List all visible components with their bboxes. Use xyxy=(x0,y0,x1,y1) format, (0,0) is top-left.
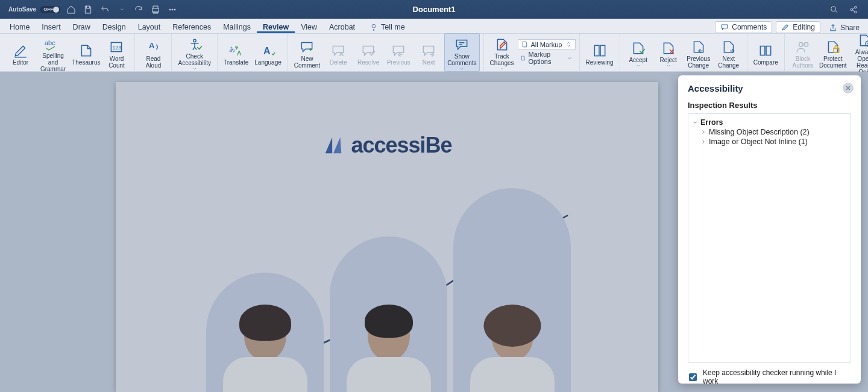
editor-button[interactable]: Editor xyxy=(6,40,35,66)
comments-label: Comments xyxy=(732,23,767,31)
thesaurus-button[interactable]: Thesaurus xyxy=(71,40,101,66)
tab-home[interactable]: Home xyxy=(4,21,36,33)
document-canvas: accessiBe Accessibility Inspection Resul… xyxy=(0,72,868,392)
compare-label: Compare xyxy=(753,59,778,66)
chevron-down-icon xyxy=(636,63,641,68)
editing-mode-button[interactable]: Editing xyxy=(776,21,820,33)
errors-category[interactable]: Errors xyxy=(691,118,848,127)
svg-point-0 xyxy=(169,9,171,10)
stepper-icon xyxy=(565,40,573,48)
svg-point-1 xyxy=(172,9,173,10)
language-label: Language xyxy=(254,59,281,66)
show-comments-button[interactable]: Show Comments xyxy=(444,33,479,72)
results-tree[interactable]: Errors Missing Object Description (2) Im… xyxy=(688,113,851,363)
tab-layout[interactable]: Layout xyxy=(132,21,167,33)
chevron-down-icon xyxy=(459,66,464,71)
blockauthors-label: Block Authors xyxy=(793,55,813,69)
nextchange-label: Next Change xyxy=(718,55,739,69)
resolve-comment-button: Resolve xyxy=(354,40,383,66)
next-label: Next xyxy=(423,59,435,66)
ribbon: Editor abcSpelling and Grammar Thesaurus… xyxy=(0,34,868,72)
reviewing-pane-button[interactable]: Reviewing xyxy=(583,40,616,66)
spelling-button[interactable]: abcSpelling and Grammar xyxy=(36,33,70,72)
next-change-button[interactable]: Next Change xyxy=(714,36,743,69)
error-missing-description[interactable]: Missing Object Description (2) xyxy=(691,127,848,137)
svg-point-4 xyxy=(851,8,852,10)
prev-change-button[interactable]: Previous Change xyxy=(684,36,713,69)
bulb-icon xyxy=(370,23,378,31)
tell-me[interactable]: Tell me xyxy=(363,21,411,33)
reject-button[interactable]: Reject xyxy=(654,37,683,68)
share-title-icon[interactable] xyxy=(848,4,860,16)
error-not-inline[interactable]: Image or Object Not Inline (1) xyxy=(691,137,848,147)
svg-point-3 xyxy=(831,6,836,11)
more-icon[interactable] xyxy=(166,4,178,16)
tab-insert[interactable]: Insert xyxy=(36,21,66,33)
svg-point-12 xyxy=(193,39,196,42)
markup-display-select[interactable]: All Markup xyxy=(518,39,576,49)
comments-button[interactable]: Comments xyxy=(715,21,772,33)
chevron-right-icon xyxy=(700,129,706,135)
chevron-down-icon xyxy=(192,66,197,71)
autosave-toggle[interactable]: AutoSave OFF xyxy=(8,6,60,13)
tab-draw[interactable]: Draw xyxy=(67,21,96,33)
editor-label: Editor xyxy=(13,59,28,66)
language-button[interactable]: ALanguage xyxy=(252,40,284,66)
showcomments-label: Show Comments xyxy=(447,53,476,66)
reviewing-label: Reviewing xyxy=(586,59,614,66)
protect-document-button[interactable]: Protect Document xyxy=(819,36,848,69)
home-icon[interactable] xyxy=(65,4,77,16)
editing-label: Editing xyxy=(793,23,815,31)
search-icon[interactable] xyxy=(828,4,840,16)
document-page[interactable]: accessiBe xyxy=(116,82,658,392)
comment-icon xyxy=(720,23,729,31)
svg-text:abc: abc xyxy=(45,39,55,46)
readaloud-button[interactable]: ARead Aloud xyxy=(139,36,168,69)
svg-text:A: A xyxy=(149,41,155,50)
prev-comment-button: Previous xyxy=(384,40,413,66)
protect-label: Protect Document xyxy=(819,55,847,69)
print-icon[interactable] xyxy=(149,4,162,16)
error-item-label: Missing Object Description (2) xyxy=(709,128,810,136)
wordcount-button[interactable]: 123Word Count xyxy=(102,36,131,69)
prevchange-label: Previous Change xyxy=(687,55,710,69)
newcomment-label: New Comment xyxy=(294,55,320,69)
save-icon[interactable] xyxy=(82,4,94,16)
tab-design[interactable]: Design xyxy=(96,21,132,33)
undo-icon[interactable] xyxy=(99,4,111,16)
read-only-button[interactable]: Always Open Read-Only xyxy=(849,30,868,75)
tab-view[interactable]: View xyxy=(295,21,323,33)
share-icon xyxy=(829,24,837,32)
tab-references[interactable]: References xyxy=(166,21,217,33)
track-changes-button[interactable]: Track Changes xyxy=(488,34,517,71)
tab-acrobat[interactable]: Acrobat xyxy=(323,21,361,33)
accept-button[interactable]: Accept xyxy=(624,37,653,68)
translate-label: Translate xyxy=(224,59,248,66)
markup-options-button[interactable]: Markup Options xyxy=(518,50,576,66)
markupoptions-label: Markup Options xyxy=(529,51,565,65)
close-icon xyxy=(845,85,851,91)
check-accessibility-button[interactable]: Check Accessibility xyxy=(175,34,213,71)
tab-mailings[interactable]: Mailings xyxy=(217,21,257,33)
thesaurus-label: Thesaurus xyxy=(72,59,100,66)
chevron-down-icon xyxy=(666,63,671,68)
wordcount-label: Word Count xyxy=(108,55,125,69)
translate-button[interactable]: あATranslate xyxy=(221,40,251,66)
redo-icon[interactable] xyxy=(133,4,145,16)
svg-point-6 xyxy=(855,11,857,13)
spelling-label: Spelling and Grammar xyxy=(39,52,68,72)
svg-text:あ: あ xyxy=(229,46,235,52)
new-comment-button[interactable]: New Comment xyxy=(292,36,322,69)
doc-icon xyxy=(521,40,529,48)
tab-review[interactable]: Review xyxy=(257,21,295,33)
undo-menu-icon[interactable] xyxy=(116,4,128,16)
svg-rect-17 xyxy=(600,45,605,55)
close-pane-button[interactable] xyxy=(843,83,854,93)
svg-rect-20 xyxy=(834,48,839,52)
delete-label: Delete xyxy=(330,59,347,66)
svg-text:A: A xyxy=(237,49,242,57)
compare-button[interactable]: Compare xyxy=(751,40,781,66)
ribbon-tabs: Home Insert Draw Design Layout Reference… xyxy=(0,19,868,34)
errors-label: Errors xyxy=(700,118,723,127)
keep-running-checkbox[interactable] xyxy=(689,373,697,381)
